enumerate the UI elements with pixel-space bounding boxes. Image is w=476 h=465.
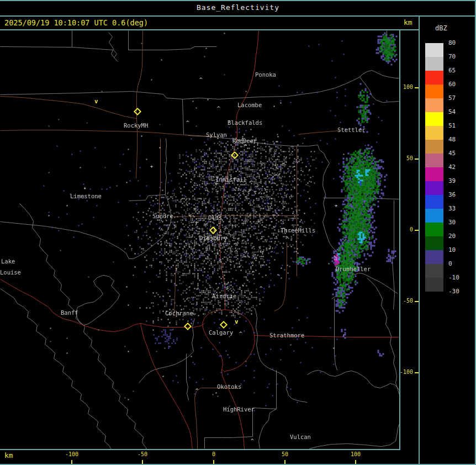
map-bottom-border [0,449,400,450]
map-point-symbol: ^ [195,388,198,393]
map-point-symbol: ^ [260,286,262,291]
legend-band-label: 70 [448,53,456,60]
legend-color-band [425,223,443,236]
bottom-axis-tick-label: 100 [343,451,368,457]
legend-band-label: -30 [448,288,459,295]
legend-color-band [425,98,443,112]
legend-color-band [425,154,443,167]
legend-band-label: 45 [448,150,456,157]
station-v-marker: v [94,98,98,105]
right-axis-tick-mark [415,372,419,373]
legend-color-band [425,84,443,98]
legend-band-label: 33 [448,205,456,212]
legend-band-label: 39 [448,177,456,184]
legend-color-band [425,57,443,71]
city-label: Limestone [70,193,102,199]
map-point-symbol: ' [271,247,274,252]
legend-band-label: 30 [448,219,456,226]
right-axis-tick-mark [415,158,419,160]
map-point-symbol: * [274,163,277,169]
map-point-symbol: ^ [186,120,189,125]
legend-band-label: 48 [448,136,456,143]
city-label: Calgary [209,329,233,336]
city-label: Drumheller [336,266,371,272]
legend-color-band [425,167,443,181]
city-label: Vulcan [290,434,311,440]
city-label: Louise [0,269,21,276]
city-label: RockyMH [124,122,148,129]
legend-band-label: 54 [448,108,456,115]
right-axis-tick-label: 0 [390,226,413,232]
legend-color-band [425,126,443,140]
legend-color-band [425,71,443,84]
city-label: HighRiver [223,406,255,413]
legend-separator-line [419,15,420,465]
legend-unit-label: dBZ [435,24,463,32]
bottom-axis-unit-label: km [4,451,13,459]
map-point-symbol: ^ [199,77,202,82]
legend-band-label: -10 [448,274,459,281]
legend-band-label: 20 [448,232,456,240]
city-label: Olds [208,214,222,221]
map-point-symbol: ^ [217,105,220,111]
legend-band-label: 65 [448,67,456,74]
legend-color-band [425,181,443,195]
map-point-symbol: + [150,163,153,169]
right-axis-tick-label: 100 [390,84,413,90]
city-label: Okotoks [217,383,241,390]
right-axis-tick-label: -50 [390,298,413,304]
map-right-border [399,30,400,449]
right-axis-tick-label: 50 [390,155,413,161]
bottom-axis-tick-label: -50 [130,451,155,457]
bottom-axis-tick-mark [71,460,72,464]
map-point-symbol: ^ [244,144,247,149]
bottom-axis-tick-label: 50 [273,451,297,457]
legend-color-band [425,278,443,292]
window-title: Base_Reflectivity [0,0,476,15]
title-separator-line [0,15,476,17]
city-label: Lacombe [237,102,262,108]
city-label: Stettler [337,126,366,133]
legend-band-label: 57 [448,94,456,102]
map-point-symbol: + [335,203,337,208]
bottom-axis-tick-label: 0 [202,451,226,457]
city-label: Cochrane [165,310,193,316]
city-label: Didsbury [199,235,228,241]
bottom-axis-tick-mark [284,460,285,464]
legend-band-label: 60 [448,81,456,88]
radar-viewer-window: { "title_bar": {"title": "Base_Reflectiv… [0,0,476,465]
bottom-axis-tick-mark [355,460,356,464]
city-label: Sylvan [206,131,227,138]
map-point-symbol: + [195,219,198,225]
legend-color-band [425,195,443,209]
frame-top-line [0,0,476,1]
legend-color-band [425,209,443,223]
right-axis-tick-mark [415,87,419,88]
bottom-axis-tick-mark [213,460,214,464]
legend-band-label: 10 [448,246,456,253]
city-label: Banff [61,309,78,316]
legend-color-band [425,140,443,154]
legend-band-label: 80 [448,39,456,46]
scan-timestamp: 2025/09/19 10:10:07 UTC 0.6(deg) [4,18,148,27]
legend-color-band [425,43,443,57]
legend-band-label: 42 [448,163,456,171]
legend-color-band [425,250,443,264]
legend-color-band [425,112,443,126]
legend-band-label: 51 [448,122,456,129]
right-axis-tick-label: -100 [390,369,413,375]
right-axis-tick-mark [415,301,419,302]
map-point-symbol: ^ [251,438,253,443]
right-axis-unit-label: km [404,18,412,27]
legend-band-label: 36 [448,191,456,198]
city-label: Sundre [152,213,173,219]
right-axis-tick-mark [415,230,419,231]
city-label: Strathmore [269,332,304,339]
city-label: ThreeHills [281,227,315,234]
city-label: Lake [1,258,15,265]
station-v-marker: v [235,318,239,325]
legend-color-band [425,236,443,250]
city-label: Ponoka [255,71,276,78]
city-label: Innisfail [215,176,247,183]
city-label: Blackfalds [228,119,262,126]
